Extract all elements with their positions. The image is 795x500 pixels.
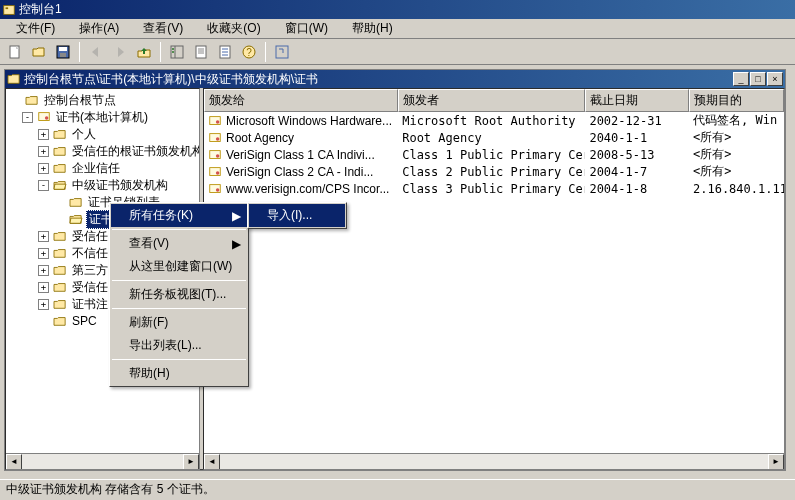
toolbar-separator — [265, 42, 266, 62]
minimize-button[interactable]: _ — [733, 72, 749, 86]
tree-enterprise[interactable]: + 企业信任 — [8, 160, 197, 176]
cert-icon — [208, 148, 224, 162]
menu-action[interactable]: 操作(A) — [67, 18, 131, 39]
menu-import[interactable]: 导入(I)... — [249, 204, 345, 227]
scroll-right-button[interactable]: ► — [183, 454, 199, 470]
tree-label[interactable]: 企业信任 — [70, 160, 122, 177]
tree-root[interactable]: 控制台根节点 — [8, 92, 197, 108]
up-button[interactable] — [133, 41, 155, 63]
col-expiry[interactable]: 截止日期 — [585, 89, 689, 112]
export-button[interactable] — [214, 41, 236, 63]
folder-icon — [52, 144, 68, 158]
svg-rect-10 — [196, 46, 206, 58]
scroll-left-button[interactable]: ◄ — [6, 454, 22, 470]
menu-file[interactable]: 文件(F) — [4, 18, 67, 39]
expander-expand[interactable]: + — [38, 146, 49, 157]
toolbar-separator — [160, 42, 161, 62]
menu-help[interactable]: 帮助(H) — [111, 362, 247, 385]
list-row[interactable]: www.verisign.com/CPS Incor...Class 3 Pub… — [204, 180, 784, 197]
scroll-left-button[interactable]: ◄ — [204, 454, 220, 470]
open-button[interactable] — [28, 41, 50, 63]
svg-rect-0 — [4, 5, 15, 14]
tree-label[interactable]: 受信任 — [70, 228, 110, 245]
tree-label[interactable]: SPC — [70, 314, 99, 328]
tree-label[interactable]: 受信任 — [70, 279, 110, 296]
tree-personal[interactable]: + 个人 — [8, 126, 197, 142]
expander-expand[interactable]: + — [38, 163, 49, 174]
folder-icon — [52, 314, 68, 328]
menu-help[interactable]: 帮助(H) — [340, 18, 405, 39]
svg-point-24 — [216, 120, 220, 124]
menu-view[interactable]: 查看(V) — [131, 18, 195, 39]
expander-collapse[interactable]: - — [22, 112, 33, 123]
cert-icon — [208, 114, 224, 128]
expander-expand[interactable]: + — [38, 299, 49, 310]
list-hscroll[interactable]: ◄ ► — [204, 453, 784, 469]
folder-icon — [52, 246, 68, 260]
cell-issued-to: Root Agency — [226, 131, 294, 145]
cell-purpose: 代码签名, Win — [689, 112, 784, 129]
cert-icon — [208, 182, 224, 196]
refresh-button[interactable] — [271, 41, 293, 63]
cell-purpose: <所有> — [689, 163, 784, 180]
menu-export-list[interactable]: 导出列表(L)... — [111, 334, 247, 357]
expander-collapse[interactable]: - — [38, 180, 49, 191]
list-row[interactable]: VeriSign Class 1 CA Indivi...Class 1 Pub… — [204, 146, 784, 163]
svg-rect-20 — [276, 46, 288, 58]
help-button[interactable]: ? — [238, 41, 260, 63]
cell-expiry: 2004-1-7 — [585, 165, 689, 179]
cell-expiry: 2002-12-31 — [585, 114, 689, 128]
expander-expand[interactable]: + — [38, 248, 49, 259]
scroll-track[interactable] — [220, 454, 768, 469]
expander-expand[interactable]: + — [38, 282, 49, 293]
tree-trusted-root[interactable]: + 受信任的根证书颁发机构 — [8, 143, 197, 159]
col-issued-by[interactable]: 颁发者 — [398, 89, 585, 112]
submenu-arrow-icon: ▶ — [232, 209, 241, 223]
tree-label[interactable]: 不信任 — [70, 245, 110, 262]
menu-refresh[interactable]: 刷新(F) — [111, 311, 247, 334]
list-row[interactable]: VeriSign Class 2 CA - Indi...Class 2 Pub… — [204, 163, 784, 180]
expander-expand[interactable]: + — [38, 231, 49, 242]
expander-expand[interactable]: + — [38, 265, 49, 276]
scroll-track[interactable] — [22, 454, 183, 469]
expander-expand[interactable]: + — [38, 129, 49, 140]
list-panel[interactable]: 颁发给 颁发者 截止日期 预期目的 Microsoft Windows Hard… — [203, 88, 785, 470]
menubar: 文件(F) 操作(A) 查看(V) 收藏夹(O) 窗口(W) 帮助(H) — [0, 19, 795, 39]
menu-new-taskpad[interactable]: 新任务板视图(T)... — [111, 283, 247, 306]
menu-window[interactable]: 窗口(W) — [273, 18, 340, 39]
submenu-all-tasks: 导入(I)... — [247, 202, 347, 229]
properties-button[interactable] — [190, 41, 212, 63]
new-button[interactable] — [4, 41, 26, 63]
menu-view[interactable]: 查看(V) ▶ — [111, 232, 247, 255]
tree-label[interactable]: 控制台根节点 — [42, 92, 118, 109]
svg-rect-5 — [60, 53, 66, 57]
tree-label[interactable]: 第三方 — [70, 262, 110, 279]
save-button[interactable] — [52, 41, 74, 63]
col-issued-to[interactable]: 颁发给 — [204, 89, 398, 112]
close-button[interactable]: × — [767, 72, 783, 86]
scroll-right-button[interactable]: ► — [768, 454, 784, 470]
cell-expiry: 2004-1-8 — [585, 182, 689, 196]
child-title: 控制台根节点\证书(本地计算机)\中级证书颁发机构\证书 — [24, 71, 733, 88]
menu-favorites[interactable]: 收藏夹(O) — [195, 18, 272, 39]
tree-intermediate[interactable]: - 中级证书颁发机构 — [8, 177, 197, 193]
list-row[interactable]: Root AgencyRoot Agency2040-1-1<所有> — [204, 129, 784, 146]
col-purpose[interactable]: 预期目的 — [689, 89, 784, 112]
tree-label[interactable]: 证书(本地计算机) — [54, 109, 150, 126]
cell-expiry: 2008-5-13 — [585, 148, 689, 162]
tree-certs-local[interactable]: - 证书(本地计算机) — [8, 109, 197, 125]
show-tree-button[interactable] — [166, 41, 188, 63]
menu-separator — [112, 280, 246, 281]
tree-label[interactable]: 受信任的根证书颁发机构 — [70, 143, 200, 160]
tree-label[interactable]: 中级证书颁发机构 — [70, 177, 170, 194]
folder-icon — [7, 72, 21, 86]
menu-new-window[interactable]: 从这里创建窗口(W) — [111, 255, 247, 278]
tree-label[interactable]: 个人 — [70, 126, 98, 143]
tree-label[interactable]: 证书注 — [70, 296, 110, 313]
tree-hscroll[interactable]: ◄ ► — [6, 453, 199, 469]
cell-issued-to: Microsoft Windows Hardware... — [226, 114, 392, 128]
maximize-button[interactable]: □ — [750, 72, 766, 86]
list-row[interactable]: Microsoft Windows Hardware...Microsoft R… — [204, 112, 784, 129]
menu-label: 新任务板视图(T)... — [129, 287, 226, 301]
menu-all-tasks[interactable]: 所有任务(K) ▶ 导入(I)... — [111, 204, 247, 227]
